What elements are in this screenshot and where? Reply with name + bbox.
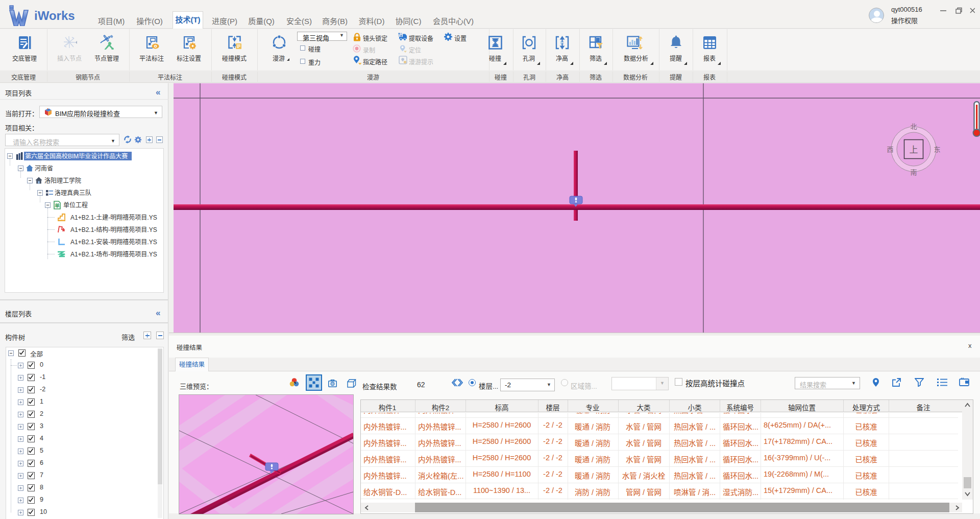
svg-text:单: 单 (55, 203, 60, 208)
svg-text:东: 东 (934, 146, 940, 153)
svg-text:H: H (561, 41, 564, 44)
svg-text:北: 北 (910, 123, 917, 130)
svg-text:上: 上 (910, 145, 918, 155)
svg-text:西: 西 (887, 146, 893, 153)
svg-text:南: 南 (910, 169, 917, 176)
